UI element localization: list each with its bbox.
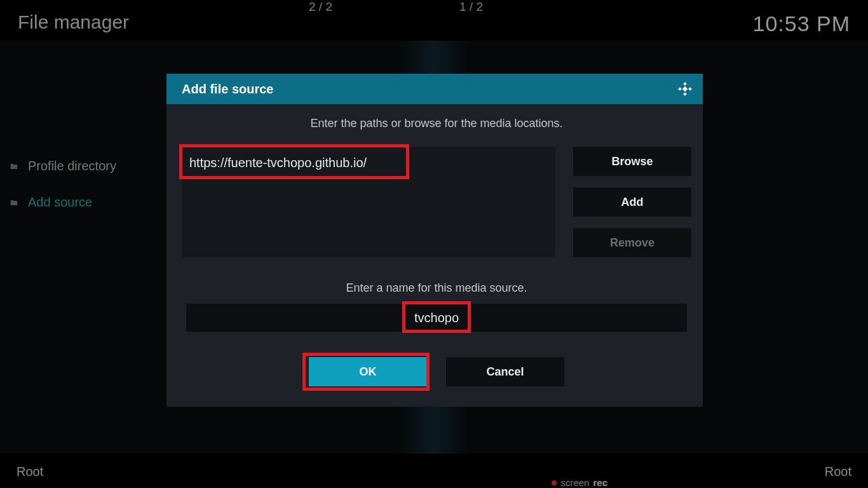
- source-list: Profile directory Add source: [9, 156, 155, 229]
- breadcrumb-right: Root: [825, 464, 851, 479]
- screenrec-watermark: screenrec: [552, 477, 607, 488]
- folder-icon: [9, 198, 19, 207]
- svg-rect-0: [683, 82, 687, 86]
- svg-rect-2: [688, 87, 692, 91]
- svg-rect-4: [682, 86, 688, 92]
- paths-hint: Enter the paths or browse for the media …: [182, 117, 691, 130]
- dialog-header: Add file source: [166, 74, 703, 104]
- path-list[interactable]: https://fuente-tvchopo.github.io/: [182, 147, 555, 257]
- breadcrumb-left: Root: [17, 464, 43, 479]
- sidebar-item-add-source[interactable]: Add source: [9, 193, 155, 229]
- kodi-logo-icon: [677, 81, 693, 97]
- dialog-title: Add file source: [182, 82, 273, 97]
- sidebar-item-label: Profile directory: [28, 159, 116, 173]
- cancel-button[interactable]: Cancel: [446, 357, 564, 386]
- source-name-value: tvchopo: [414, 311, 459, 325]
- screenrec-brand: screen: [560, 477, 589, 488]
- counter-left: 2 / 2: [309, 0, 332, 14]
- add-file-source-dialog: Add file source Enter the paths or brows…: [166, 74, 703, 407]
- folder-icon: [9, 162, 19, 171]
- path-value: https://fuente-tvchopo.github.io/: [189, 156, 367, 170]
- page-title: File manager: [18, 11, 129, 33]
- screenrec-suffix: rec: [593, 477, 607, 488]
- counter-right: 1 / 2: [459, 0, 483, 14]
- add-button[interactable]: Add: [573, 187, 691, 217]
- record-dot-icon: [552, 480, 557, 485]
- svg-rect-3: [683, 92, 687, 96]
- sidebar-item-profile-directory[interactable]: Profile directory: [9, 156, 155, 193]
- name-hint: Enter a name for this media source.: [182, 281, 691, 295]
- ok-button[interactable]: OK: [309, 357, 427, 386]
- path-input[interactable]: https://fuente-tvchopo.github.io/: [182, 147, 555, 179]
- clock: 10:53 PM: [752, 11, 850, 36]
- browse-button[interactable]: Browse: [573, 147, 691, 176]
- sidebar-item-label: Add source: [28, 195, 92, 210]
- source-name-input[interactable]: tvchopo: [186, 304, 687, 332]
- svg-rect-1: [678, 87, 682, 91]
- remove-button: Remove: [573, 228, 691, 257]
